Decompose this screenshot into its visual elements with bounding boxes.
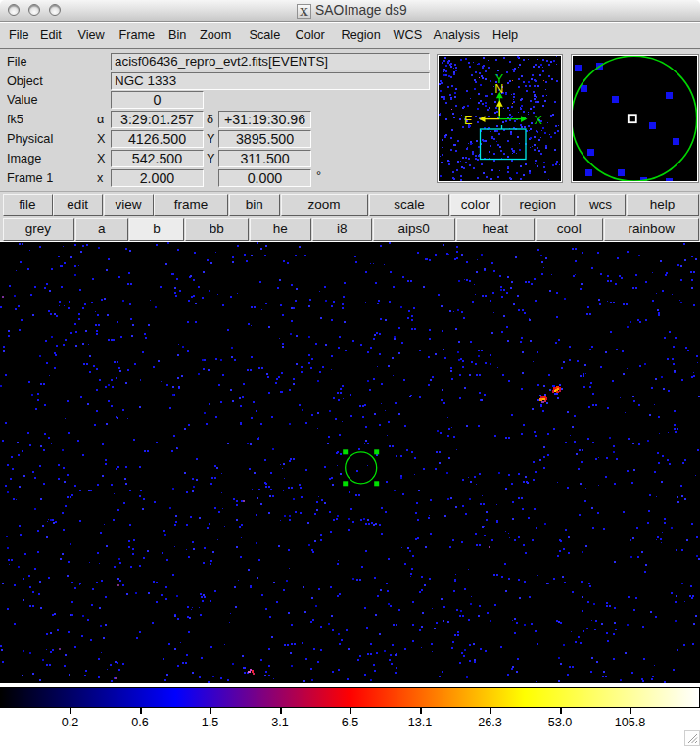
svg-text:E: E: [464, 114, 472, 127]
svg-text:X: X: [535, 114, 543, 127]
svg-text:N: N: [494, 82, 503, 96]
